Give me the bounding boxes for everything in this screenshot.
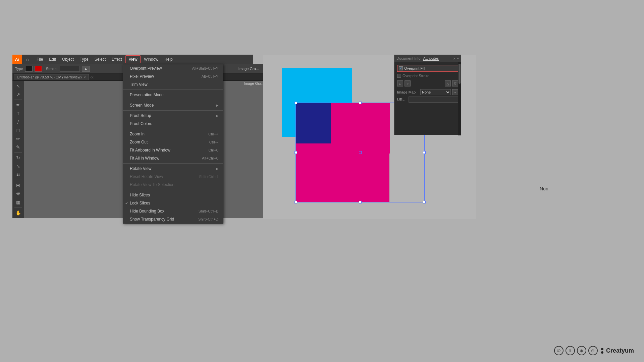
tool-select[interactable]: ↖ — [14, 82, 22, 90]
shape-icons-row: □ ○ △ ▽ — [397, 80, 458, 86]
menu-item-label-fit-artboard: Fit Artboard in Window — [130, 148, 170, 153]
tool-symbol[interactable]: ❋ — [14, 190, 22, 197]
panel-scrollbar[interactable] — [458, 62, 461, 135]
menu-item-lock-slices[interactable]: ✓ Lock Slices — [123, 199, 223, 207]
image-map-go-btn[interactable]: → — [452, 89, 458, 95]
tool-text[interactable]: T — [14, 110, 22, 117]
panel-close-btn[interactable]: × — [453, 56, 455, 61]
fill-swatch[interactable] — [25, 66, 33, 72]
menu-item-zoom-in[interactable]: Zoom In Ctrl++ — [123, 130, 223, 138]
brand-text: Creatyum — [606, 347, 634, 354]
menu-shortcut-overprint-preview: Alt+Shift+Ctrl+Y — [192, 66, 218, 70]
menu-item-show-transparency[interactable]: Show Transparency Grid Shift+Ctrl+D — [123, 215, 223, 223]
tool-rotate[interactable]: ↻ — [14, 154, 22, 162]
menu-item-trim-view[interactable]: Trim View — [123, 80, 223, 88]
menu-item-hide-bounding[interactable]: Hide Bounding Box Shift+Ctrl+B — [123, 207, 223, 215]
app-logo-text: Ai — [15, 57, 19, 62]
menu-item-fit-artboard[interactable]: Fit Artboard in Window Ctrl+0 — [123, 146, 223, 154]
document-tab[interactable]: Untitled-1* @ 70.59 % (CMYK/Preview) × — [14, 74, 89, 80]
tool-scale[interactable]: ⤡ — [14, 162, 22, 170]
menu-item-pixel-preview[interactable]: Pixel Preview Alt+Ctrl+Y — [123, 72, 223, 80]
menu-item-rotate-view[interactable]: Rotate View ▶ — [123, 165, 223, 173]
menu-item-overprint-preview[interactable]: Overprint Preview Alt+Shift+Ctrl+Y — [123, 64, 223, 72]
tool-direct-select[interactable]: ↗ — [14, 90, 22, 98]
menu-shortcut-reset-rotate: Shift+Ctrl+1 — [199, 175, 218, 179]
panel-controls: _ × ≡ — [449, 56, 459, 61]
brand-dots — [601, 348, 603, 354]
menu-item-fit-all[interactable]: Fit All in Window Alt+Ctrl+0 — [123, 154, 223, 162]
menu-shortcut-show-transparency: Shift+Ctrl+D — [198, 217, 218, 221]
menu-item-zoom-out[interactable]: Zoom Out Ctrl+- — [123, 138, 223, 146]
color-swatch[interactable] — [35, 66, 42, 72]
menu-edit[interactable]: Edit — [46, 56, 59, 63]
menu-select[interactable]: Select — [92, 56, 108, 63]
tool-divider-2 — [14, 152, 22, 153]
shape-icon-circle[interactable]: ○ — [405, 80, 411, 86]
image-grab-label: Image Gra... — [238, 67, 259, 71]
tool-graph[interactable]: ⊞ — [14, 181, 22, 189]
tool-column[interactable]: ▦ — [14, 198, 22, 206]
panel-tabs: Document Info Attributes — [396, 56, 439, 61]
overprint-fill-checkbox[interactable]: ✓ — [399, 66, 403, 70]
menu-type[interactable]: Type — [77, 56, 91, 63]
menu-item-label-zoom-out: Zoom Out — [130, 140, 148, 144]
tool-pencil[interactable]: ✎ — [14, 143, 22, 151]
watermark: © ℹ ⊕ ⊖ Creatyum — [554, 346, 634, 355]
stroke-up-btn[interactable]: ▲ — [82, 66, 90, 72]
menu-view[interactable]: View — [125, 55, 141, 63]
tab-close-btn[interactable]: × — [84, 75, 86, 79]
tool-hand[interactable]: ✋ — [14, 209, 22, 217]
shape-icon-rect[interactable]: □ — [397, 80, 403, 86]
panel-minimize-btn[interactable]: _ — [449, 56, 452, 61]
menu-item-label-proof-colors: Proof Colors — [130, 121, 152, 126]
stroke-input[interactable] — [60, 66, 80, 72]
shape-icon-up[interactable]: △ — [445, 80, 451, 86]
menu-item-label-reset-rotate: Reset Rotate View — [130, 174, 163, 179]
menu-item-label-proof-setup: Proof Setup — [130, 113, 151, 118]
menu-item-label-rotate-view: Rotate View — [130, 166, 151, 171]
tool-rect[interactable]: □ — [14, 126, 22, 134]
menu-item-screen-mode[interactable]: Screen Mode ▶ — [123, 101, 223, 109]
menu-shortcut-fit-all: Alt+Ctrl+0 — [202, 156, 218, 160]
tool-divider-1 — [14, 100, 22, 100]
menu-file[interactable]: File — [34, 56, 46, 63]
url-input[interactable] — [409, 97, 458, 103]
panel-header: Document Info Attributes _ × ≡ — [394, 55, 461, 62]
menu-sep-1 — [123, 89, 223, 90]
panel-menu-btn[interactable]: ≡ — [457, 57, 459, 60]
panel-body: ✓ Overprint Fill Overprint Stroke □ ○ △ … — [394, 62, 461, 105]
menu-item-label-show-transparency: Show Transparency Grid — [130, 217, 174, 222]
overprint-fill-label: Overprint Fill — [404, 66, 425, 70]
menu-item-proof-setup[interactable]: Proof Setup ▶ — [123, 112, 223, 120]
check-lock-slices: ✓ — [125, 201, 128, 205]
panel-tab-attributes[interactable]: Attributes — [423, 56, 439, 61]
overprint-stroke-checkbox[interactable] — [397, 74, 401, 78]
tool-line[interactable]: / — [14, 118, 22, 126]
panel-tab-doc-info[interactable]: Document Info — [396, 56, 421, 61]
menu-item-hide-slices[interactable]: Hide Slices — [123, 191, 223, 199]
tab-title: Untitled-1* @ 70.59 % (CMYK/Preview) — [17, 75, 82, 79]
watermark-icon-minus: ⊖ — [588, 346, 598, 355]
menu-window[interactable]: Window — [141, 56, 161, 63]
image-map-select[interactable]: None — [420, 89, 451, 95]
scrollbar-thumb[interactable] — [459, 64, 461, 84]
collapse-icon[interactable]: ‹‹ — [90, 74, 94, 80]
tool-divider-4 — [14, 207, 22, 207]
watermark-icon-plus: ⊕ — [577, 346, 586, 355]
menu-item-presentation[interactable]: Presentation Mode — [123, 91, 223, 99]
menu-item-proof-colors[interactable]: Proof Colors — [123, 120, 223, 128]
ai-logo: Ai — [12, 55, 22, 64]
tool-divider-3 — [14, 180, 22, 180]
tool-pen[interactable]: ✒ — [14, 101, 22, 109]
menu-help[interactable]: Help — [162, 56, 175, 63]
menu-sep-5 — [123, 163, 223, 164]
menu-effect[interactable]: Effect — [109, 56, 124, 63]
menu-item-label-rotate-to-selection: Rotate View To Selection — [130, 182, 174, 187]
tool-warp[interactable]: ≋ — [14, 171, 22, 178]
shape-icon-flip[interactable]: ▽ — [452, 80, 458, 86]
menu-item-label-hide-slices: Hide Slices — [130, 193, 150, 197]
home-icon[interactable]: ⌂ — [24, 56, 31, 63]
brand-dot-bottom — [601, 351, 603, 354]
menu-object[interactable]: Object — [59, 56, 76, 63]
tool-paintbrush[interactable]: ✏ — [14, 135, 22, 142]
